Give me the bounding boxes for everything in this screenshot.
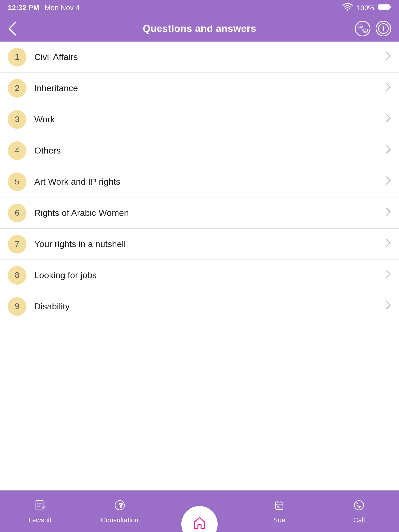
info-button[interactable]: i (376, 21, 391, 36)
consultation-icon: ? (114, 499, 126, 514)
item-number-5: 5 (8, 172, 26, 191)
svg-rect-1 (390, 6, 391, 8)
status-icons: 100% (342, 3, 391, 12)
svg-text:EN: EN (358, 25, 362, 28)
home-circle (181, 506, 218, 532)
status-time: 12:32 PM (8, 4, 39, 12)
tab-bar: Lawsuit ? Consultation (0, 490, 399, 532)
item-label-4: Others (34, 145, 385, 156)
status-bar: 12:32 PM Mon Nov 4 100% (0, 0, 399, 16)
item-number-7: 7 (8, 235, 26, 254)
item-label-8: Looking for jobs (34, 270, 385, 280)
svg-text:i: i (383, 25, 384, 32)
list-item[interactable]: 2 Inheritance (0, 73, 399, 104)
svg-text:AR: AR (364, 30, 367, 32)
chevron-right-icon (385, 301, 391, 312)
list-item[interactable]: 1 Civil Affairs (0, 42, 399, 73)
chevron-right-icon (385, 145, 391, 156)
item-label-6: Rights of Arabic Women (34, 208, 385, 218)
tab-sue-label: Sue (273, 516, 285, 524)
content-list: 1 Civil Affairs 2 Inheritance 3 Work (0, 42, 399, 322)
svg-point-15 (354, 501, 364, 510)
chevron-right-icon (385, 238, 391, 250)
sue-icon (273, 499, 285, 514)
page-header: Questions and answers EN AR i (0, 16, 399, 42)
tab-lawsuit[interactable]: Lawsuit (0, 499, 80, 527)
tab-consultation-label: Consultation (101, 516, 139, 524)
list-item[interactable]: 3 Work (0, 104, 399, 135)
header-actions: EN AR i (355, 21, 391, 36)
tab-sue[interactable]: Sue (240, 499, 319, 527)
item-label-9: Disability (34, 301, 385, 311)
list-item[interactable]: 6 Rights of Arabic Women (0, 197, 399, 229)
list-item[interactable]: 4 Others (0, 135, 399, 166)
tab-lawsuit-label: Lawsuit (29, 516, 51, 524)
status-date: Mon Nov 4 (44, 4, 79, 12)
list-item[interactable]: 7 Your rights in a nutshell (0, 229, 399, 260)
chevron-right-icon (385, 51, 391, 63)
language-button[interactable]: EN AR (355, 21, 370, 36)
svg-rect-14 (276, 502, 283, 509)
list-item[interactable]: 5 Art Work and IP rights (0, 166, 399, 197)
item-label-1: Civil Affairs (34, 52, 385, 62)
item-number-9: 9 (8, 297, 26, 316)
chevron-right-icon (385, 176, 391, 188)
chevron-right-icon (385, 114, 391, 125)
list-item[interactable]: 8 Looking for jobs (0, 260, 399, 291)
page-title: Questions and answers (143, 23, 256, 34)
item-number-3: 3 (8, 110, 26, 129)
item-label-3: Work (34, 114, 385, 124)
tab-home[interactable] (159, 522, 239, 527)
chevron-right-icon (385, 269, 391, 281)
svg-rect-0 (378, 4, 390, 10)
wifi-icon (342, 3, 353, 12)
item-label-5: Art Work and IP rights (34, 177, 385, 187)
item-number-6: 6 (8, 204, 26, 222)
tab-consultation[interactable]: ? Consultation (80, 499, 159, 527)
battery-percentage: 100% (357, 4, 374, 12)
home-icon (192, 515, 207, 532)
call-icon (353, 499, 365, 514)
chevron-right-icon (385, 82, 391, 94)
item-label-7: Your rights in a nutshell (34, 239, 385, 249)
item-number-2: 2 (8, 79, 26, 98)
list-item[interactable]: 9 Disability (0, 291, 399, 322)
chevron-right-icon (385, 207, 391, 219)
tab-call[interactable]: Call (319, 499, 399, 527)
tab-call-label: Call (353, 516, 365, 524)
item-label-2: Inheritance (34, 83, 385, 93)
back-button[interactable] (8, 21, 17, 36)
lawsuit-icon (34, 499, 46, 514)
svg-text:?: ? (119, 502, 123, 509)
item-number-8: 8 (8, 266, 26, 285)
item-number-1: 1 (8, 48, 26, 66)
battery-icon (378, 4, 391, 12)
item-number-4: 4 (8, 141, 26, 160)
